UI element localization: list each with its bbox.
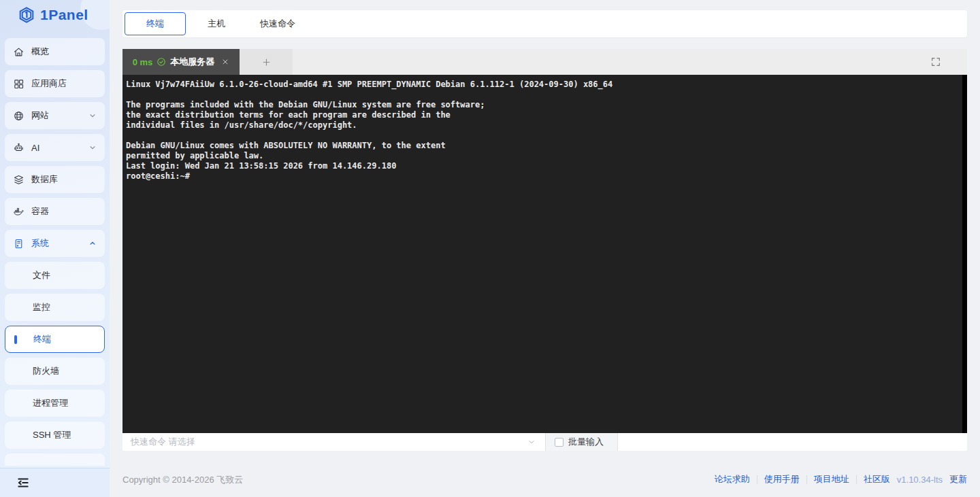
- tab-quick-commands[interactable]: 快速命令: [247, 12, 308, 35]
- chevron-down-icon: [88, 112, 97, 120]
- input-bar-spacer: [618, 433, 967, 451]
- sidebar-item-appstore[interactable]: 应用商店: [5, 70, 105, 97]
- sidebar-subitem-label: 防火墙: [33, 365, 59, 377]
- robot-icon: [13, 142, 24, 154]
- page-footer: Copyright © 2014-2026 飞致云 论坛求助 使用手册 项目地址…: [110, 451, 980, 497]
- session-tab-local-server[interactable]: 0 ms 本地服务器: [122, 49, 240, 75]
- terminal-panel: 0 ms 本地服务器: [122, 49, 967, 451]
- version-label: v1.10.34-lts: [897, 475, 943, 485]
- chevron-up-icon: [88, 239, 97, 247]
- divider: [856, 475, 857, 484]
- close-icon[interactable]: [221, 58, 229, 66]
- tab-host[interactable]: 主机: [186, 12, 247, 35]
- sidebar-subitem-process[interactable]: 进程管理: [5, 390, 105, 417]
- page-tabs: 终端 主机 快速命令: [122, 10, 967, 37]
- home-icon: [13, 46, 24, 58]
- terminal-session-tabbar: 0 ms 本地服务器: [122, 49, 967, 75]
- fullscreen-icon[interactable]: [930, 56, 941, 67]
- terminal-input-bar: 快速命令 请选择 批量输入: [122, 433, 967, 451]
- terminal-scrollbar[interactable]: [962, 75, 967, 433]
- main-content: 终端 主机 快速命令 0 ms 本地服务器: [110, 0, 980, 497]
- sidebar-item-system[interactable]: 系统: [5, 230, 105, 257]
- sidebar-item-label: 概览: [31, 46, 49, 58]
- 1panel-logo-icon: [18, 6, 35, 24]
- footer-link-community[interactable]: 社区版: [864, 473, 890, 485]
- check-circle-icon: [157, 57, 166, 67]
- brand-logo[interactable]: 1Panel: [18, 6, 88, 24]
- sidebar-item-label: 网站: [31, 109, 49, 122]
- footer-link-manual[interactable]: 使用手册: [764, 473, 800, 485]
- tab-terminal[interactable]: 终端: [125, 12, 186, 35]
- sidebar-item-label: 容器: [31, 205, 49, 218]
- batch-input-toggle[interactable]: 批量输入: [545, 433, 618, 451]
- database-icon: [13, 174, 24, 186]
- footer-links: 论坛求助 使用手册 项目地址 社区版 v1.10.34-lts 更新: [715, 473, 967, 485]
- quick-command-select[interactable]: 快速命令 请选择: [122, 433, 545, 451]
- grid-icon: [13, 78, 24, 90]
- sidebar-subitem-firewall[interactable]: 防火墙: [5, 358, 105, 385]
- sidebar-item-label: 系统: [31, 237, 49, 250]
- quick-command-placeholder: 快速命令 请选择: [131, 436, 195, 448]
- sidebar-item-database[interactable]: 数据库: [5, 166, 105, 193]
- sidebar-item-container[interactable]: 容器: [5, 198, 105, 225]
- sidebar-subitem-label: SSH 管理: [33, 429, 71, 441]
- divider: [806, 475, 807, 484]
- globe-icon: [13, 110, 24, 122]
- sidebar: 1Panel 概览 应用商店: [0, 0, 110, 497]
- sidebar-item-overview[interactable]: 概览: [5, 38, 105, 65]
- sidebar-subitem-label: 终端: [33, 333, 51, 345]
- divider: [757, 475, 757, 484]
- terminal-screen[interactable]: Linux Vj7w74FAiiUw 6.1.0-26-cloud-amd64 …: [122, 75, 967, 433]
- footer-link-project[interactable]: 项目地址: [814, 473, 849, 485]
- sidebar-item-label: 数据库: [31, 173, 58, 186]
- new-session-button[interactable]: [240, 49, 293, 75]
- batch-input-label: 批量输入: [568, 436, 604, 448]
- chevron-down-icon: [88, 143, 97, 152]
- sidebar-subitem-terminal[interactable]: 终端: [5, 326, 105, 353]
- session-name: 本地服务器: [170, 56, 214, 68]
- sidebar-subitem-files[interactable]: 文件: [5, 262, 105, 289]
- sidebar-item-ai[interactable]: AI: [5, 134, 105, 161]
- sidebar-footer: [0, 468, 110, 497]
- sidebar-subitem-ssh[interactable]: SSH 管理: [5, 422, 105, 449]
- container-icon: [13, 206, 24, 218]
- sidebar-subitem-label: 进程管理: [33, 397, 68, 409]
- sidebar-nav: 概览 应用商店 网站: [0, 38, 110, 466]
- collapse-sidebar-icon[interactable]: [16, 476, 30, 490]
- server-icon: [13, 238, 24, 250]
- brand-name: 1Panel: [40, 7, 88, 23]
- latency-badge: 0 ms: [133, 57, 153, 67]
- sidebar-item-label: AI: [31, 143, 39, 153]
- sidebar-subitem-monitor[interactable]: 监控: [5, 294, 105, 321]
- sidebar-item-website[interactable]: 网站: [5, 102, 105, 129]
- update-link[interactable]: 更新: [949, 473, 967, 485]
- sidebar-subitem-label: 文件: [33, 269, 50, 281]
- sidebar-item-label: 应用商店: [31, 78, 67, 90]
- plus-icon: [261, 57, 272, 67]
- copyright-text: Copyright © 2014-2026 飞致云: [122, 474, 243, 486]
- chevron-down-icon: [527, 438, 536, 446]
- terminal-output: Linux Vj7w74FAiiUw 6.1.0-26-cloud-amd64 …: [126, 80, 612, 182]
- batch-input-checkbox[interactable]: [555, 438, 564, 447]
- sidebar-subitem-partial[interactable]: [5, 453, 105, 466]
- active-indicator-bar: [14, 335, 17, 344]
- sidebar-subitem-label: 监控: [33, 301, 50, 313]
- footer-link-forum[interactable]: 论坛求助: [715, 473, 750, 485]
